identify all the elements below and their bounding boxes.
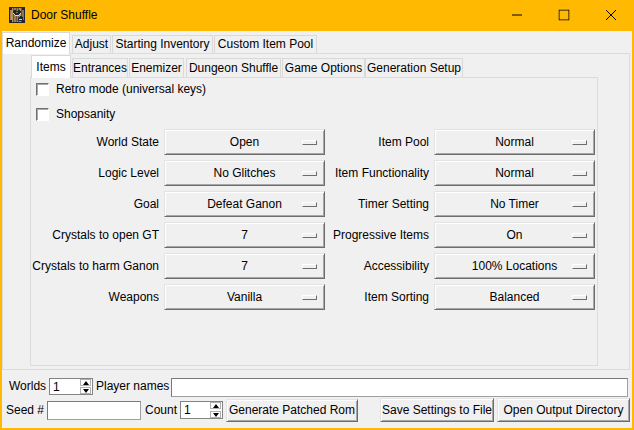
tab-custom-item-pool[interactable]: Custom Item Pool bbox=[214, 35, 317, 53]
option-label: Logic Level bbox=[30, 160, 159, 186]
door-icon bbox=[9, 7, 25, 23]
dropdown-value: Normal bbox=[435, 130, 594, 154]
checkbox-label: Retro mode (universal keys) bbox=[56, 83, 206, 96]
worlds-label: Worlds bbox=[9, 378, 46, 395]
dropdown-indicator-icon bbox=[572, 140, 587, 145]
window: Door Shuffle Randomize Adjust Starting I… bbox=[0, 0, 634, 430]
option-label: Weapons bbox=[30, 284, 159, 310]
open-output-button[interactable]: Open Output Directory bbox=[497, 398, 630, 422]
checkbox-label: Shopsanity bbox=[56, 108, 115, 121]
progressive-items-dropdown[interactable]: On bbox=[434, 222, 595, 248]
tab-adjust[interactable]: Adjust bbox=[72, 35, 111, 53]
spin-down-button[interactable] bbox=[210, 411, 221, 418]
dropdown-indicator-icon bbox=[572, 233, 587, 238]
count-spinbox[interactable] bbox=[180, 401, 223, 419]
option-label: Goal bbox=[30, 191, 159, 217]
seed-input[interactable] bbox=[47, 401, 141, 420]
titlebar[interactable]: Door Shuffle bbox=[0, 0, 634, 31]
option-label: World State bbox=[30, 129, 159, 155]
minimize-icon bbox=[512, 10, 523, 21]
player-names-label: Player names bbox=[96, 378, 169, 395]
dropdown-value: 100% Locations bbox=[435, 254, 594, 278]
generate-button[interactable]: Generate Patched Rom bbox=[226, 399, 358, 422]
minimize-button[interactable] bbox=[494, 0, 540, 30]
close-button[interactable] bbox=[588, 0, 634, 30]
count-label: Count bbox=[145, 401, 177, 420]
tab-dungeon-shuffle[interactable]: Dungeon Shuffle bbox=[186, 58, 281, 77]
tab-enemizer[interactable]: Enemizer bbox=[129, 58, 184, 77]
option-label: Item Pool bbox=[300, 129, 429, 155]
spin-up-button[interactable] bbox=[80, 379, 91, 386]
worlds-input[interactable] bbox=[50, 379, 82, 394]
player-names-input[interactable] bbox=[171, 378, 628, 397]
maximize-button[interactable] bbox=[541, 0, 587, 30]
dropdown-indicator-icon bbox=[572, 202, 587, 207]
option-label: Item Sorting bbox=[300, 284, 429, 310]
client-area: Randomize Adjust Starting Inventory Cust… bbox=[2, 31, 632, 428]
option-label: Progressive Items bbox=[300, 222, 429, 248]
tab-generation-setup[interactable]: Generation Setup bbox=[365, 58, 463, 77]
dropdown-value: Balanced bbox=[435, 285, 594, 309]
item-sorting-dropdown[interactable]: Balanced bbox=[434, 284, 595, 310]
maximize-icon bbox=[559, 10, 570, 21]
spin-up-button[interactable] bbox=[210, 402, 221, 409]
spin-down-button[interactable] bbox=[80, 387, 91, 394]
worlds-spinbox[interactable] bbox=[49, 378, 93, 395]
save-settings-button[interactable]: Save Settings to File bbox=[380, 398, 494, 422]
arrow-up-icon bbox=[83, 381, 89, 385]
tab-starting-inventory[interactable]: Starting Inventory bbox=[112, 35, 213, 53]
dropdown-indicator-icon bbox=[572, 264, 587, 269]
checkbox-box[interactable] bbox=[36, 108, 49, 121]
option-label: Timer Setting bbox=[300, 191, 429, 217]
arrow-up-icon bbox=[213, 404, 219, 408]
close-icon bbox=[606, 10, 617, 21]
dropdown-value: Normal bbox=[435, 161, 594, 185]
dropdown-indicator-icon bbox=[572, 295, 587, 300]
seed-label: Seed # bbox=[6, 401, 44, 420]
option-label: Item Functionality bbox=[300, 160, 429, 186]
arrow-down-icon bbox=[213, 413, 219, 417]
tab-entrances[interactable]: Entrances bbox=[72, 58, 128, 77]
item-functionality-dropdown[interactable]: Normal bbox=[434, 160, 595, 186]
option-label: Crystals to open GT bbox=[30, 222, 159, 248]
item-pool-dropdown[interactable]: Normal bbox=[434, 129, 595, 155]
window-title: Door Shuffle bbox=[31, 0, 98, 31]
dropdown-value: No Timer bbox=[435, 192, 594, 216]
accessibility-dropdown[interactable]: 100% Locations bbox=[434, 253, 595, 279]
tab-items[interactable]: Items bbox=[31, 55, 71, 78]
arrow-down-icon bbox=[83, 389, 89, 393]
tab-randomize[interactable]: Randomize bbox=[2, 32, 70, 54]
option-label: Accessibility bbox=[300, 253, 429, 279]
dropdown-value: On bbox=[435, 223, 594, 247]
count-input[interactable] bbox=[181, 402, 212, 418]
timer-setting-dropdown[interactable]: No Timer bbox=[434, 191, 595, 217]
option-label: Crystals to harm Ganon bbox=[30, 253, 159, 279]
checkbox-box[interactable] bbox=[36, 83, 49, 96]
dropdown-indicator-icon bbox=[572, 171, 587, 176]
tab-game-options[interactable]: Game Options bbox=[282, 58, 365, 77]
